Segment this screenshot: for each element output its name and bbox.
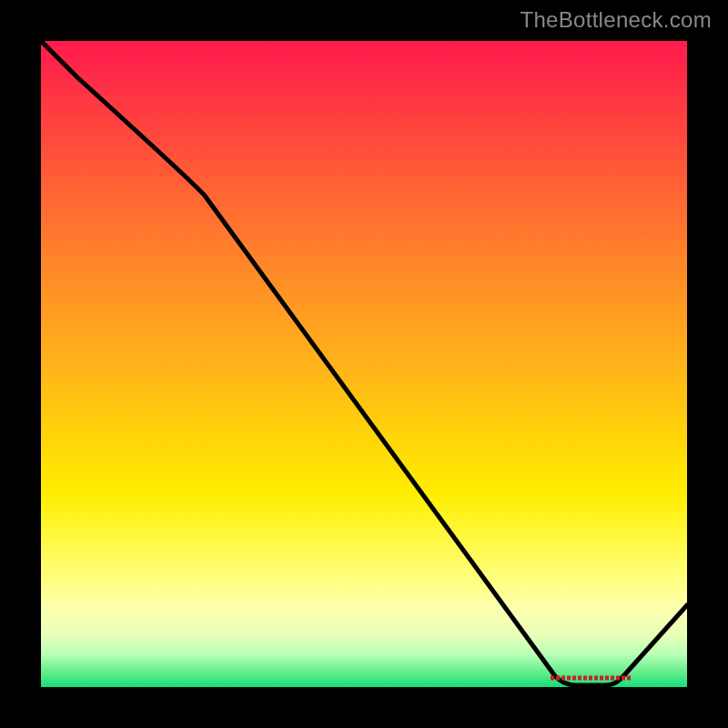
plot-area: [41, 41, 687, 687]
heatmap-gradient: [41, 41, 687, 687]
watermark-text: TheBottleneck.com: [520, 7, 712, 33]
chart-frame: TheBottleneck.com: [0, 0, 728, 728]
